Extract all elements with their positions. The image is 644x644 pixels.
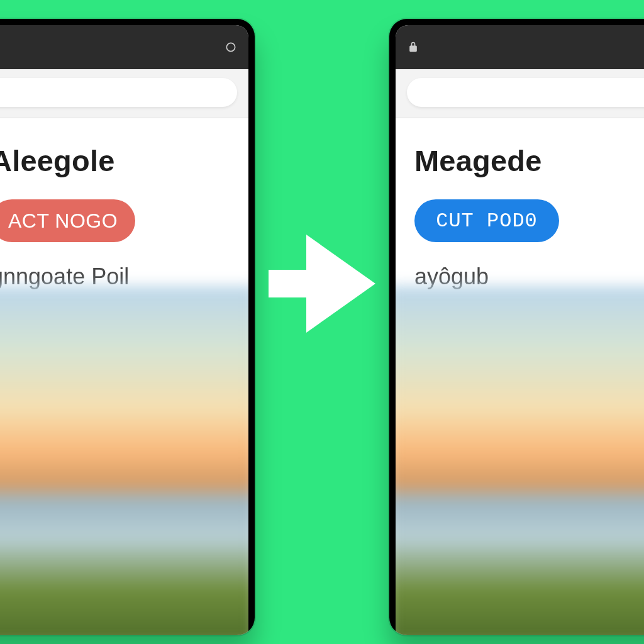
page-title: Meagede	[414, 143, 644, 178]
status-bar	[396, 25, 644, 69]
screen-right: Meagede CUT POD0 ayôgub	[396, 25, 644, 635]
search-input[interactable]	[0, 78, 237, 107]
content-right: Meagede CUT POD0 ayôgub	[396, 118, 644, 296]
comparison-stage: Aleegole ACT NOGO gnngoate Poil	[0, 0, 644, 644]
search-input[interactable]	[407, 78, 644, 107]
phone-right: Meagede CUT POD0 ayôgub	[389, 19, 644, 635]
hero-image	[0, 286, 248, 635]
toolbar	[396, 69, 644, 118]
svg-point-0	[226, 43, 235, 51]
phone-left: Aleegole ACT NOGO gnngoate Poil	[0, 19, 255, 635]
circle-icon	[225, 41, 237, 53]
primary-action-button[interactable]: ACT NOGO	[0, 199, 135, 242]
primary-action-button[interactable]: CUT POD0	[414, 199, 559, 242]
lock-icon	[407, 41, 419, 53]
arrow-right-icon	[269, 235, 375, 333]
toolbar	[0, 69, 248, 118]
screen-left: Aleegole ACT NOGO gnngoate Poil	[0, 25, 248, 635]
content-left: Aleegole ACT NOGO gnngoate Poil	[0, 118, 248, 296]
page-title: Aleegole	[0, 143, 230, 178]
hero-image	[396, 286, 644, 635]
status-bar	[0, 25, 248, 69]
